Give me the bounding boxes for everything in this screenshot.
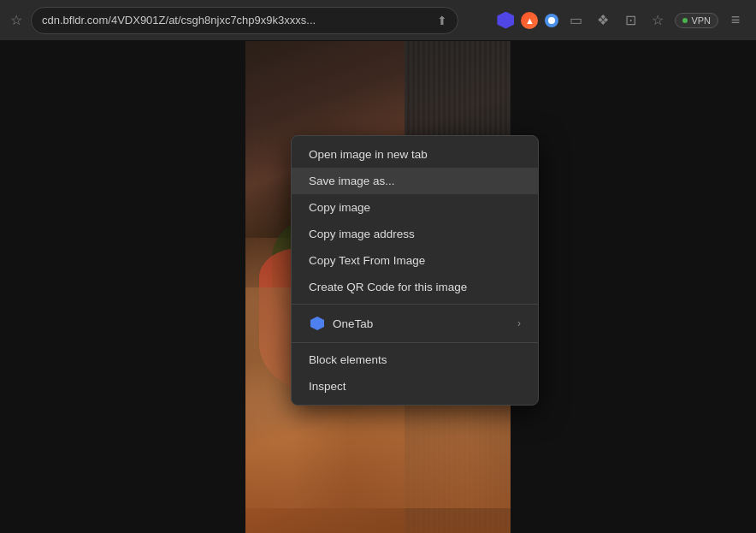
menu-item-open-new-tab[interactable]: Open image in new tab [292, 141, 538, 168]
menu-item-label: Inspect [309, 380, 346, 393]
menu-separator [292, 304, 538, 305]
menu-item-block-elements[interactable]: Block elements [292, 346, 538, 373]
browser-toolbar: ▲ ▭ ❖ ⊡ ☆ VPN ≡ [497, 10, 746, 31]
onetab-icon [309, 315, 326, 332]
context-menu: Open image in new tab Save image as... C… [291, 135, 539, 406]
submenu-arrow-icon: › [517, 317, 521, 329]
menu-item-copy-text-from-image[interactable]: Copy Text From Image [292, 247, 538, 274]
star-icon[interactable]: ☆ [647, 10, 668, 31]
share-icon: ⬆ [437, 14, 447, 27]
vpn-status-dot [682, 18, 688, 23]
menu-item-copy-image[interactable]: Copy image [292, 194, 538, 221]
menu-item-create-qr[interactable]: Create QR Code for this image [292, 274, 538, 300]
menu-item-copy-image-address[interactable]: Copy image address [292, 221, 538, 247]
brave-shield-icon[interactable] [497, 12, 514, 29]
rewards-icon[interactable] [545, 14, 558, 27]
menu-item-label: Save image as... [309, 175, 395, 187]
menu-item-label: Create QR Code for this image [309, 281, 467, 293]
vpn-label: VPN [691, 15, 711, 26]
vpn-badge[interactable]: VPN [675, 13, 718, 28]
content-area: Open image in new tab Save image as... C… [0, 41, 756, 533]
menu-item-label: Open image in new tab [309, 148, 428, 161]
menu-item-label: Block elements [309, 353, 387, 366]
window-icon[interactable]: ⊡ [620, 10, 641, 31]
sidebar-icon[interactable]: ▭ [565, 10, 586, 31]
menu-separator-2 [292, 342, 538, 343]
menu-item-label: Copy image address [309, 228, 415, 240]
menu-item-label: Copy Text From Image [309, 254, 425, 267]
menu-item-save-image[interactable]: Save image as... [292, 168, 538, 194]
onetab-label: OneTab [333, 317, 373, 330]
menu-item-label: Copy image [309, 201, 370, 214]
address-bar[interactable]: cdn.bfldr.com/4VDX901Z/at/csgh8njxc7chp9… [31, 7, 458, 34]
onetab-item-content: OneTab [309, 315, 373, 332]
browser-chrome: ☆ cdn.bfldr.com/4VDX901Z/at/csgh8njxc7ch… [0, 0, 756, 41]
menu-item-onetab[interactable]: OneTab › [292, 308, 538, 339]
menu-icon[interactable]: ≡ [725, 10, 746, 31]
menu-item-inspect[interactable]: Inspect [292, 373, 538, 400]
extensions-icon[interactable]: ❖ [593, 10, 613, 31]
address-text: cdn.bfldr.com/4VDX901Z/at/csgh8njxc7chp9… [42, 14, 430, 27]
brave-alert-icon[interactable]: ▲ [521, 12, 538, 29]
bookmark-icon: ☆ [10, 12, 22, 28]
